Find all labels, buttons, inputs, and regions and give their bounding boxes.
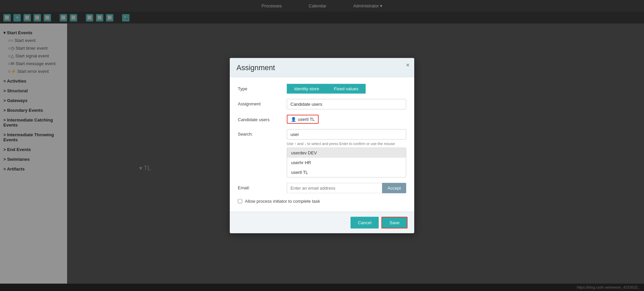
type-row: Type Identity store Fixed values <box>238 84 406 93</box>
cancel-button[interactable]: Cancel <box>351 217 379 229</box>
modal-footer: Cancel Save <box>230 212 414 233</box>
candidate-users-label: Candidate users <box>238 114 281 122</box>
email-label: Email: <box>238 183 281 190</box>
dropdown-item-userdev[interactable]: userdev DEV <box>287 148 406 158</box>
save-button[interactable]: Save <box>381 217 408 229</box>
search-row: Search: Use ↑ and ↓ to select and press … <box>238 129 406 177</box>
identity-store-button[interactable]: Identity store <box>287 84 326 93</box>
initiator-checkbox[interactable] <box>238 199 242 203</box>
modal-header: Assignment × <box>230 58 414 77</box>
modal-title: Assignment <box>236 63 275 71</box>
fixed-values-button[interactable]: Fixed values <box>326 84 366 93</box>
dropdown-item-usertl[interactable]: usertl TL <box>287 167 406 177</box>
search-input[interactable] <box>287 129 406 139</box>
search-hint: Use ↑ and ↓ to select and press Enter to… <box>287 141 406 146</box>
assignment-display-area: Candidate users <box>287 99 406 109</box>
user-icon: 👤 <box>291 116 296 122</box>
candidate-users-area: 👤 usertl TL <box>287 114 406 124</box>
email-input[interactable] <box>287 183 382 193</box>
type-label: Type <box>238 84 281 91</box>
checkbox-label[interactable]: Allow process initiator to complete task <box>245 199 320 204</box>
checkbox-row: Allow process initiator to complete task <box>238 199 406 204</box>
assignment-display: Candidate users <box>287 99 406 109</box>
type-button-group: Identity store Fixed values <box>287 84 406 93</box>
search-area: Use ↑ and ↓ to select and press Enter to… <box>287 129 406 177</box>
modal-body: Type Identity store Fixed values Assignm… <box>230 77 414 211</box>
email-input-group: Accept <box>287 183 406 193</box>
candidate-users-row: Candidate users 👤 usertl TL <box>238 114 406 124</box>
candidate-tag[interactable]: 👤 usertl TL <box>287 114 319 124</box>
modal-close-button[interactable]: × <box>406 62 410 68</box>
search-dropdown: userdev DEV userhr HR usertl TL <box>287 148 406 178</box>
type-buttons: Identity store Fixed values <box>287 84 406 93</box>
assignment-modal: Assignment × Type Identity store Fixed v… <box>230 58 414 233</box>
accept-button[interactable]: Accept <box>382 183 406 193</box>
email-row: Email: Accept <box>238 183 406 193</box>
candidate-tag-label: usertl TL <box>298 116 315 122</box>
assignment-row: Assignment Candidate users <box>238 99 406 109</box>
assignment-label: Assignment <box>238 99 281 106</box>
search-label: Search: <box>238 129 281 136</box>
email-area: Accept <box>287 183 406 193</box>
dropdown-item-userhr[interactable]: userhr HR <box>287 158 406 167</box>
